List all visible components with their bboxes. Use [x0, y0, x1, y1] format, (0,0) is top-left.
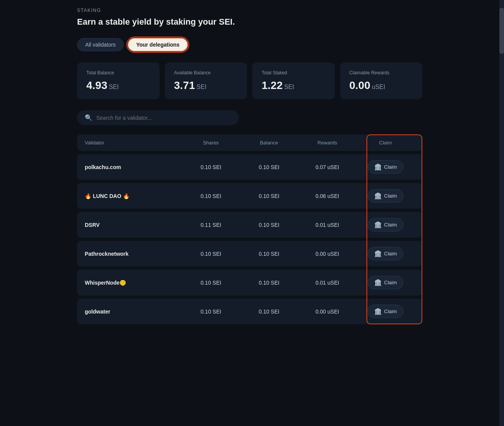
- search-icon: 🔍: [85, 114, 92, 121]
- claim-icon-2: 🏛️: [374, 221, 382, 228]
- available-balance-value: 3.71SEI: [174, 79, 238, 92]
- header-rewards: Rewards: [298, 140, 356, 146]
- header-balance: Balance: [240, 140, 298, 146]
- table-container: Validator Shares Balance Rewards Claim p…: [77, 134, 422, 324]
- search-bar[interactable]: 🔍: [77, 110, 239, 125]
- tab-all-validators[interactable]: All validators: [77, 38, 124, 51]
- rewards-0: 0.07 uSEI: [298, 164, 356, 170]
- shares-3: 0.10 SEI: [182, 251, 240, 257]
- balance-4: 0.10 SEI: [240, 280, 298, 286]
- table-row: DSRV 0.11 SEI 0.10 SEI 0.01 uSEI 🏛️ Clai…: [77, 212, 422, 238]
- tab-row: All validators Your delegations: [77, 38, 422, 52]
- search-input[interactable]: [96, 115, 231, 121]
- claim-cell-3: 🏛️ Claim: [356, 247, 415, 260]
- table-row: goldwater 0.10 SEI 0.10 SEI 0.00 uSEI 🏛️…: [77, 299, 422, 324]
- scrollbar-thumb[interactable]: [499, 8, 504, 54]
- section-label: STAKING: [77, 8, 422, 13]
- claim-icon-0: 🏛️: [374, 163, 382, 171]
- claim-button-2[interactable]: 🏛️ Claim: [368, 218, 403, 231]
- total-staked-label: Total Staked: [262, 70, 326, 75]
- header-validator: Validator: [85, 140, 182, 146]
- page-container: STAKING Earn a stable yield by staking y…: [0, 0, 499, 324]
- shares-2: 0.11 SEI: [182, 222, 240, 228]
- validator-name-0: polkachu.com: [85, 164, 182, 170]
- table-row: 🔥 LUNC DAO 🔥 0.10 SEI 0.10 SEI 0.06 uSEI…: [77, 183, 422, 209]
- rewards-4: 0.01 uSEI: [298, 280, 356, 286]
- balance-1: 0.10 SEI: [240, 193, 298, 199]
- rewards-1: 0.06 uSEI: [298, 193, 356, 199]
- shares-5: 0.10 SEI: [182, 309, 240, 315]
- table-row: WhisperNode🤫 0.10 SEI 0.10 SEI 0.01 uSEI…: [77, 270, 422, 295]
- scrollbar[interactable]: [499, 0, 504, 426]
- claim-icon-4: 🏛️: [374, 279, 382, 286]
- stat-card-available-balance: Available Balance 3.71SEI: [165, 62, 247, 99]
- shares-4: 0.10 SEI: [182, 280, 240, 286]
- table-row: polkachu.com 0.10 SEI 0.10 SEI 0.07 uSEI…: [77, 154, 422, 180]
- claim-icon-5: 🏛️: [374, 308, 382, 315]
- stats-row: Total Balance 4.93SEI Available Balance …: [77, 62, 422, 99]
- claim-icon-1: 🏛️: [374, 192, 382, 200]
- validator-name-3: Pathrocknetwork: [85, 251, 182, 257]
- rewards-5: 0.00 uSEI: [298, 309, 356, 315]
- validator-name-2: DSRV: [85, 222, 182, 228]
- stat-card-total-balance: Total Balance 4.93SEI: [77, 62, 160, 99]
- claimable-rewards-value: 0.00uSEI: [349, 79, 413, 92]
- claim-cell-0: 🏛️ Claim: [356, 160, 415, 174]
- rewards-2: 0.01 uSEI: [298, 222, 356, 228]
- balance-3: 0.10 SEI: [240, 251, 298, 257]
- claim-icon-3: 🏛️: [374, 250, 382, 257]
- claim-cell-5: 🏛️ Claim: [356, 305, 415, 318]
- total-balance-value: 4.93SEI: [86, 79, 150, 92]
- claimable-rewards-label: Claimable Rewards: [349, 70, 413, 75]
- rewards-3: 0.00 uSEI: [298, 251, 356, 257]
- tab-your-delegations[interactable]: Your delegations: [128, 38, 188, 52]
- table-header: Validator Shares Balance Rewards Claim: [77, 134, 422, 151]
- header-shares: Shares: [182, 140, 240, 146]
- stat-card-claimable-rewards: Claimable Rewards 0.00uSEI: [340, 62, 423, 99]
- balance-5: 0.10 SEI: [240, 309, 298, 315]
- total-staked-value: 1.22SEI: [262, 79, 326, 92]
- validator-name-4: WhisperNode🤫: [85, 280, 182, 286]
- available-balance-label: Available Balance: [174, 70, 238, 75]
- claim-button-4[interactable]: 🏛️ Claim: [368, 276, 403, 289]
- balance-2: 0.10 SEI: [240, 222, 298, 228]
- validator-name-1: 🔥 LUNC DAO 🔥: [85, 193, 182, 199]
- table-row: Pathrocknetwork 0.10 SEI 0.10 SEI 0.00 u…: [77, 241, 422, 267]
- page-title: Earn a stable yield by staking your SEI.: [77, 17, 422, 27]
- claim-cell-2: 🏛️ Claim: [356, 218, 415, 231]
- delegations-highlight-wrapper: Your delegations: [128, 38, 188, 52]
- header-claim: Claim: [356, 140, 415, 146]
- shares-0: 0.10 SEI: [182, 164, 240, 170]
- claim-button-5[interactable]: 🏛️ Claim: [368, 305, 403, 318]
- total-balance-label: Total Balance: [86, 70, 150, 75]
- shares-1: 0.10 SEI: [182, 193, 240, 199]
- table-outer-wrapper: Validator Shares Balance Rewards Claim p…: [77, 134, 422, 324]
- claim-button-3[interactable]: 🏛️ Claim: [368, 247, 403, 260]
- claim-cell-1: 🏛️ Claim: [356, 189, 415, 203]
- claim-button-0[interactable]: 🏛️ Claim: [368, 160, 403, 174]
- balance-0: 0.10 SEI: [240, 164, 298, 170]
- claim-button-1[interactable]: 🏛️ Claim: [368, 189, 403, 203]
- validator-name-5: goldwater: [85, 309, 182, 315]
- stat-card-total-staked: Total Staked 1.22SEI: [252, 62, 335, 99]
- claim-cell-4: 🏛️ Claim: [356, 276, 415, 289]
